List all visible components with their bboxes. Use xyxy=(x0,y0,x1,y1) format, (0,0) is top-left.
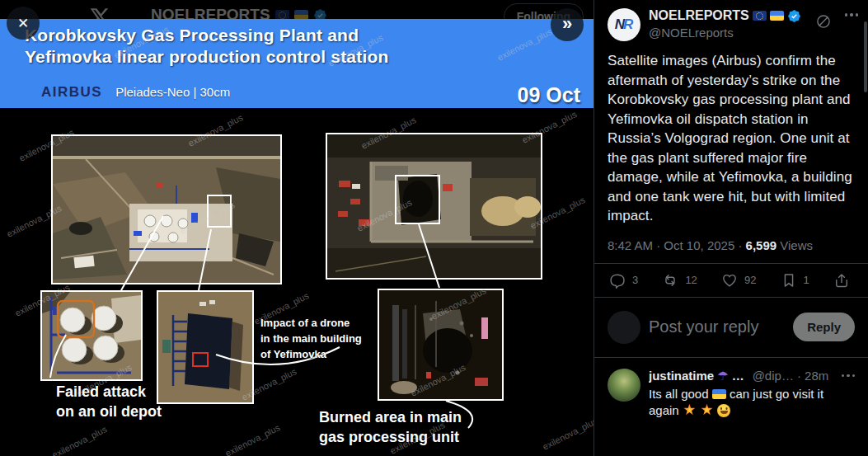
reply-bubble-icon xyxy=(609,272,626,289)
close-icon: ✕ xyxy=(17,15,29,32)
commenter-name[interactable]: justinatime xyxy=(649,369,714,383)
repost-count: 12 xyxy=(685,274,697,286)
author-name[interactable]: NOELREPORTS xyxy=(649,8,749,23)
reply-action-button[interactable]: 3 xyxy=(609,272,638,289)
commenter-handle[interactable]: @dip… xyxy=(753,369,794,383)
ukraine-flag-emoji-icon xyxy=(712,389,726,399)
heart-icon xyxy=(721,272,738,289)
airbus-logo: AIRBUS xyxy=(41,84,102,101)
commenter-avatar[interactable] xyxy=(608,369,640,402)
like-action-button[interactable]: 92 xyxy=(721,272,756,289)
grinning-emoji-icon xyxy=(717,404,730,417)
reply-submit-button[interactable]: Reply xyxy=(793,313,855,341)
scrollbar-thumb[interactable] xyxy=(864,21,867,92)
tweet-action-bar: 3 12 92 1 xyxy=(594,264,868,297)
name-truncation: … xyxy=(732,369,744,383)
reply-input[interactable]: Post your reply xyxy=(649,317,785,336)
annotation-burned-area: Burned area in main gas processing unit xyxy=(319,407,462,448)
annotation-oil-depot: Failed attack on an oil depot xyxy=(56,382,162,422)
close-button[interactable]: ✕ xyxy=(7,7,40,40)
tweet-text: Satellite images (Airbus) confirm the af… xyxy=(594,41,868,226)
repost-action-button[interactable]: 12 xyxy=(662,272,697,289)
reply-tweet[interactable]: justinatime ☂ … @dip… · 28m Its all good… xyxy=(594,358,868,419)
umbrella-emoji-icon: ☂ xyxy=(717,369,728,383)
more-options-icon[interactable] xyxy=(835,374,856,378)
verified-badge-icon xyxy=(787,9,801,23)
eu-flag-icon xyxy=(753,11,767,21)
grok-actions-icon[interactable] xyxy=(815,13,832,30)
author-handle[interactable]: @NOELreports xyxy=(649,26,815,40)
current-user-avatar xyxy=(608,311,640,344)
satellite-image-korobkovsky-overview xyxy=(326,133,542,280)
next-image-button[interactable]: » xyxy=(551,8,584,41)
sensor-label: Pleiades-Neo | 30cm xyxy=(115,85,230,99)
more-options-icon[interactable] xyxy=(845,13,859,16)
bookmark-icon xyxy=(781,272,797,289)
repost-icon xyxy=(662,272,678,289)
collision-emoji-icon xyxy=(701,404,713,416)
satellite-image-burned-unit xyxy=(378,289,504,401)
caption-title: Korobkovsky Gas Processing Plant and Yef… xyxy=(25,25,594,68)
satellite-image-yefimovka-overview xyxy=(51,134,282,284)
views-label: Views xyxy=(777,238,813,252)
comment-text: Its all good can just go visit it again xyxy=(649,386,855,419)
comment-time: · 28m xyxy=(797,369,828,383)
chevron-double-right-icon: » xyxy=(562,13,572,35)
satellite-image-oil-depot xyxy=(40,290,143,381)
capture-date: 09 Oct xyxy=(518,83,580,107)
bookmark-count: 1 xyxy=(804,274,809,286)
share-action-button[interactable] xyxy=(833,272,850,289)
reply-count: 3 xyxy=(632,274,638,286)
ukraine-flag-icon xyxy=(770,11,784,21)
screen: NOELREPORTS Following Korobkovsky Gas Pr… xyxy=(0,0,868,456)
bookmark-action-button[interactable]: 1 xyxy=(781,272,809,289)
share-icon xyxy=(833,272,850,289)
author-avatar[interactable]: NR xyxy=(608,8,640,41)
image-caption-banner: Korobkovsky Gas Processing Plant and Yef… xyxy=(0,19,594,108)
reply-compose-row: Post your reply Reply xyxy=(594,298,868,357)
annotation-drone-impact: Impact of a drone in the main building o… xyxy=(260,316,362,363)
tweet-timestamp: 8:42 AM · Oct 10, 2025 · 6,599 Views xyxy=(594,226,868,263)
views-count: 6,599 xyxy=(746,238,777,252)
collision-emoji-icon xyxy=(683,404,696,416)
satellite-image-yefimovka-building xyxy=(157,290,254,404)
photo-viewer: NOELREPORTS Following Korobkovsky Gas Pr… xyxy=(0,0,594,456)
tweet-detail-panel: NR NOELREPORTS @NOELreports Satellite im… xyxy=(594,0,868,456)
like-count: 92 xyxy=(744,274,756,286)
